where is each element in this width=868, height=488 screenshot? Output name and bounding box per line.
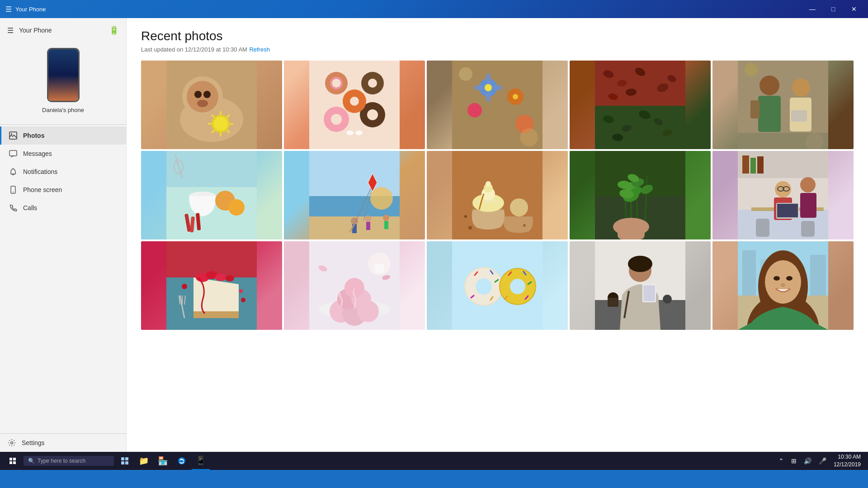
edge-button[interactable] — [173, 452, 191, 470]
system-tray: ⌃ ⊞ 🔊 🎤 — [777, 457, 828, 465]
refresh-link[interactable]: Refresh — [249, 46, 270, 53]
photo-dog[interactable] — [141, 61, 282, 149]
sidebar-item-phone-screen[interactable]: Phone screen — [0, 181, 126, 199]
title-bar-controls: — □ ✕ — [802, 0, 864, 18]
messages-label: Messages — [23, 150, 52, 157]
photo-cupcakes[interactable] — [427, 151, 568, 239]
svg-point-176 — [476, 278, 492, 295]
minimize-button[interactable]: — — [802, 0, 823, 18]
svg-point-158 — [241, 298, 245, 302]
notifications-label: Notifications — [23, 168, 57, 175]
task-view-button[interactable] — [116, 452, 134, 470]
svg-point-12 — [197, 100, 208, 107]
svg-point-71 — [792, 79, 810, 97]
sidebar-item-messages[interactable]: Messages — [0, 145, 126, 163]
taskbar-icons: 📁 🏪 📱 — [116, 452, 210, 470]
sidebar-item-calls[interactable]: Calls — [0, 199, 126, 217]
photo-people1[interactable] — [712, 61, 854, 149]
messages-icon — [9, 149, 18, 158]
page-title: Recent photos — [141, 29, 854, 43]
photo-woman[interactable] — [570, 241, 711, 330]
svg-point-100 — [383, 215, 389, 221]
search-placeholder: Type here to search — [38, 458, 85, 464]
svg-rect-74 — [791, 110, 807, 122]
svg-rect-148 — [193, 311, 239, 318]
close-button[interactable]: ✕ — [844, 0, 864, 18]
settings-icon — [7, 438, 16, 447]
volume-icon[interactable]: 🔊 — [802, 457, 813, 465]
store-button[interactable]: 🏪 — [154, 452, 172, 470]
sidebar: ☰ Your Phone 🔋 Daniela's phone — [0, 18, 127, 452]
photo-donutsblue[interactable] — [427, 241, 568, 330]
photo-kitchen[interactable] — [141, 151, 282, 239]
photo-meringue[interactable] — [284, 241, 425, 330]
photo-cheesecake[interactable] — [141, 241, 282, 330]
sidebar-item-notifications[interactable]: Notifications — [0, 163, 126, 181]
taskbar-clock[interactable]: 10:30 AM 12/12/2019 — [830, 453, 864, 469]
svg-rect-2 — [9, 150, 17, 156]
svg-point-40 — [485, 84, 492, 91]
maximize-button[interactable]: □ — [823, 0, 844, 18]
sidebar-spacer — [0, 217, 126, 433]
file-explorer-button[interactable]: 📁 — [135, 452, 153, 470]
svg-point-209 — [765, 260, 801, 304]
your-phone-button[interactable]: 📱 — [192, 452, 210, 470]
sidebar-divider — [0, 124, 126, 125]
tray-chevron[interactable]: ⌃ — [777, 457, 786, 465]
hamburger-icon[interactable]: ☰ — [5, 5, 12, 14]
svg-rect-52 — [595, 61, 685, 106]
start-button[interactable] — [4, 452, 22, 470]
svg-point-184 — [510, 279, 525, 294]
photo-donuts[interactable] — [284, 61, 425, 149]
app-title: Your Phone — [15, 6, 46, 13]
main-content: Recent photos Last updated on 12/12/2019… — [127, 18, 868, 452]
svg-rect-213 — [121, 457, 124, 460]
photos-grid[interactable] — [127, 61, 868, 452]
svg-point-159 — [239, 289, 243, 293]
svg-rect-101 — [384, 221, 388, 229]
svg-point-212 — [781, 283, 785, 287]
taskbar-search[interactable]: 🔍 Type here to search — [24, 456, 114, 466]
svg-point-49 — [459, 67, 472, 81]
photos-icon — [9, 131, 18, 140]
photo-flowers[interactable] — [427, 61, 568, 149]
svg-point-140 — [800, 177, 816, 192]
svg-point-32 — [367, 109, 378, 120]
photos-row-3 — [141, 241, 854, 330]
photo-beans[interactable] — [570, 61, 711, 149]
svg-rect-204 — [742, 250, 756, 296]
photo-herbs[interactable] — [570, 151, 711, 239]
start-square-1 — [9, 458, 12, 460]
network-icon[interactable]: ⊞ — [789, 457, 798, 465]
phone-image — [47, 48, 80, 102]
svg-point-152 — [225, 275, 234, 282]
photo-students[interactable] — [712, 151, 854, 239]
sidebar-item-settings[interactable]: Settings — [0, 433, 126, 452]
title-bar: ☰ Your Phone — □ ✕ — [0, 0, 868, 18]
sidebar-hamburger-icon[interactable]: ☰ — [7, 26, 14, 35]
svg-point-30 — [331, 114, 342, 125]
svg-rect-206 — [810, 255, 826, 296]
svg-point-36 — [355, 131, 363, 135]
svg-rect-169 — [375, 264, 384, 273]
svg-point-211 — [786, 276, 793, 281]
svg-point-108 — [510, 198, 528, 216]
sidebar-item-photos[interactable]: Photos — [0, 127, 126, 145]
photo-beach[interactable] — [284, 151, 425, 239]
svg-point-34 — [350, 97, 359, 106]
svg-point-107 — [486, 181, 491, 187]
speaker-icon[interactable]: 🎤 — [817, 457, 828, 465]
last-updated-text: Last updated on 12/12/2019 at 10:30 AM — [141, 46, 247, 53]
svg-point-110 — [523, 224, 526, 227]
svg-point-46 — [486, 91, 491, 102]
phone-screen-label: Phone screen — [23, 186, 62, 193]
photos-row-1 — [141, 61, 854, 149]
content-header: Recent photos Last updated on 12/12/2019… — [127, 18, 868, 61]
svg-point-35 — [346, 131, 354, 135]
photo-portrait[interactable] — [712, 241, 854, 330]
app-body: ☰ Your Phone 🔋 Daniela's phone — [0, 18, 868, 452]
svg-rect-199 — [608, 298, 618, 307]
svg-rect-197 — [643, 285, 655, 301]
taskbar-date: 12/12/2019 — [834, 461, 861, 469]
last-updated-bar: Last updated on 12/12/2019 at 10:30 AM R… — [141, 45, 854, 53]
